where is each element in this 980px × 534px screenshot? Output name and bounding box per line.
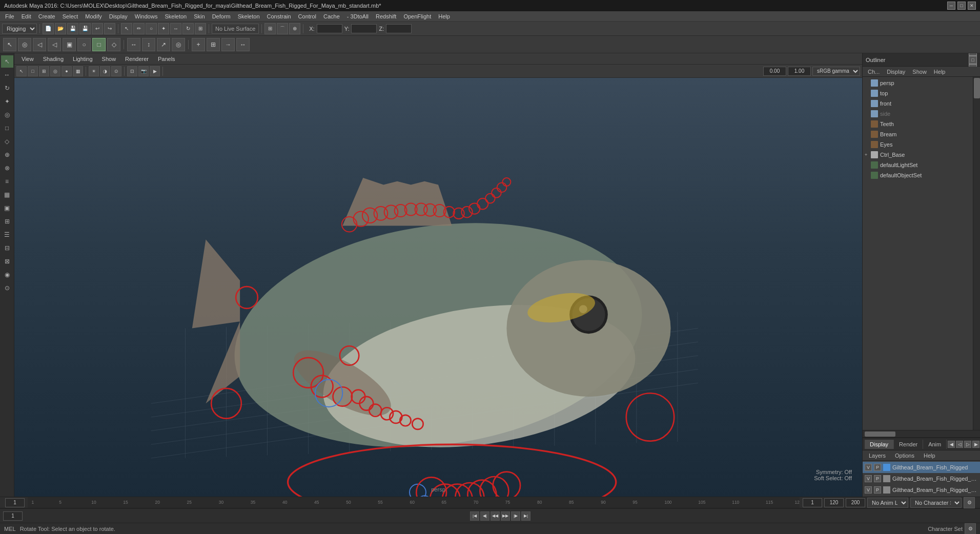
mode-dropdown[interactable]: Rigging: [2, 24, 37, 34]
layer-v-0[interactable]: V: [865, 464, 872, 471]
lasso-btn[interactable]: ○: [146, 23, 157, 34]
snap-grid-btn[interactable]: ⊞: [264, 23, 276, 34]
layer-p-2[interactable]: P: [874, 486, 881, 494]
vp-menu-lighting[interactable]: Lighting: [69, 55, 97, 63]
vp-menu-renderer[interactable]: Renderer: [121, 55, 153, 63]
range-start-input[interactable]: [803, 498, 822, 507]
rotate-tool[interactable]: ↕: [142, 38, 155, 51]
arrow2-tool[interactable]: ↔: [236, 38, 250, 51]
menu-help[interactable]: Help: [435, 12, 453, 20]
snap-curve-btn[interactable]: ⌒: [277, 23, 288, 34]
outliner-item-top[interactable]: top: [863, 88, 973, 98]
outliner-item-obj-set[interactable]: defaultObjectSet: [863, 170, 973, 180]
paint-btn[interactable]: ✏: [133, 23, 145, 34]
save-btn[interactable]: 💾: [67, 23, 78, 34]
outliner-item-ctrl-base[interactable]: + Ctrl_Base: [863, 150, 973, 160]
menu-create[interactable]: Create: [35, 12, 58, 20]
x-input[interactable]: [317, 24, 342, 33]
z-input[interactable]: [386, 24, 412, 33]
left-lines[interactable]: ≡: [1, 175, 13, 188]
outliner-display[interactable]: Display: [884, 68, 908, 76]
layer-v-1[interactable]: V: [865, 475, 872, 482]
circle-tool[interactable]: ○: [77, 38, 91, 51]
character-set-select[interactable]: No Character Set: [910, 498, 962, 508]
vp-menu-panels[interactable]: Panels: [154, 55, 179, 63]
dra-sub-options[interactable]: Options: [891, 451, 918, 460]
dra-arrow-right[interactable]: ▶: [972, 441, 979, 448]
menu-constrain[interactable]: Constrain: [264, 12, 294, 20]
dra-sub-help[interactable]: Help: [920, 451, 940, 460]
jump-start-btn[interactable]: |◀: [470, 511, 479, 521]
menu-skeleton[interactable]: Skeleton: [161, 12, 190, 20]
plus-tool[interactable]: +: [192, 38, 205, 51]
outliner-item-light-set[interactable]: defaultLightSet: [863, 160, 973, 170]
outliner-h-scroll[interactable]: [863, 430, 980, 437]
grid-tool[interactable]: ⊞: [207, 38, 220, 51]
step-back-btn[interactable]: ◀|: [480, 511, 489, 521]
expand-ctrl[interactable]: +: [865, 152, 869, 157]
outliner-item-eyes[interactable]: Eyes: [863, 139, 973, 150]
menu-control[interactable]: Control: [295, 12, 319, 20]
play-back-btn[interactable]: ◀◀: [491, 511, 500, 521]
vp-menu-view[interactable]: View: [17, 55, 38, 63]
left-minus[interactable]: ⊗: [1, 162, 13, 174]
range-end-input[interactable]: [824, 498, 844, 507]
vp-cam-btn[interactable]: ↖: [16, 66, 27, 76]
menu-file[interactable]: File: [2, 12, 17, 20]
vp-menu-show[interactable]: Show: [98, 55, 120, 63]
vp-tex-btn[interactable]: ▦: [73, 66, 83, 76]
paint-tool[interactable]: ◁: [33, 38, 46, 51]
y-input[interactable]: [351, 24, 377, 33]
close-button[interactable]: ✕: [968, 2, 976, 10]
move-btn[interactable]: ↔: [170, 23, 181, 34]
menu-modify[interactable]: Modify: [82, 12, 105, 20]
undo-btn[interactable]: ↩: [92, 23, 103, 34]
range-end2-input[interactable]: [846, 498, 865, 507]
left-rotate[interactable]: ↻: [1, 82, 13, 94]
left-x[interactable]: ⊠: [1, 255, 13, 268]
left-grid2[interactable]: ▦: [1, 189, 13, 201]
vp-shadow-btn[interactable]: ◑: [100, 66, 110, 76]
select-tool[interactable]: ↖: [3, 38, 16, 51]
lasso-tool[interactable]: ◎: [18, 38, 31, 51]
outliner-ch[interactable]: Ch...: [865, 68, 883, 76]
outliner-item-teeth[interactable]: Teeth: [863, 119, 973, 129]
timeline-settings-btn[interactable]: ⚙: [964, 497, 975, 508]
vp-xray-btn[interactable]: ⊙: [111, 66, 121, 76]
layer-row-2[interactable]: V P Gilthead_Bream_Fish_Rigged_contr: [863, 484, 980, 496]
anim-layer-select[interactable]: No Anim Layer: [867, 498, 908, 508]
layer-p-1[interactable]: P: [874, 475, 881, 482]
left-plus[interactable]: ⊕: [1, 149, 13, 161]
vp-menu-shading[interactable]: Shading: [39, 55, 68, 63]
outliner-maximize[interactable]: □: [969, 56, 977, 64]
outliner-help[interactable]: Help: [931, 68, 949, 76]
outliner-item-bream[interactable]: Bream: [863, 129, 973, 139]
left-grid4[interactable]: ⊞: [1, 215, 13, 228]
dra-tab-display[interactable]: Display: [865, 440, 894, 449]
dra-arrow-next[interactable]: ▷: [964, 441, 971, 448]
move-tool[interactable]: ↔: [127, 38, 140, 51]
gamma-select[interactable]: sRGB gamma: [812, 67, 860, 76]
settings-icon[interactable]: ⚙: [965, 523, 976, 535]
vp-cam2-btn[interactable]: 📷: [138, 66, 149, 76]
new-scene-btn[interactable]: 📄: [43, 23, 54, 34]
paint2-tool[interactable]: ◁: [48, 38, 61, 51]
step-fwd-btn[interactable]: |▶: [511, 511, 520, 521]
outliner-item-persp[interactable]: persp: [863, 78, 973, 88]
menu-openflight[interactable]: OpenFlight: [400, 12, 434, 20]
dra-sub-layers[interactable]: Layers: [865, 451, 890, 460]
layer-v-2[interactable]: V: [865, 486, 872, 494]
play-fwd-btn[interactable]: ▶▶: [501, 511, 510, 521]
menu-cache[interactable]: Cache: [320, 12, 343, 20]
snap-point-btn[interactable]: ⊕: [289, 23, 300, 34]
menu-windows[interactable]: Windows: [132, 12, 161, 20]
left-circle[interactable]: ◉: [1, 269, 13, 281]
layer-row-0[interactable]: V P Gilthead_Bream_Fish_Rigged: [863, 462, 980, 473]
left-select[interactable]: ↖: [1, 55, 13, 68]
outliner-item-front[interactable]: front: [863, 98, 973, 109]
menu-edit[interactable]: Edit: [18, 12, 34, 20]
jump-end-btn[interactable]: ▶|: [521, 511, 530, 521]
menu-display[interactable]: Display: [106, 12, 131, 20]
left-box[interactable]: □: [1, 122, 13, 134]
3d-viewport[interactable]: x y Symmetry: Off Soft Select: Off persp: [14, 78, 862, 497]
